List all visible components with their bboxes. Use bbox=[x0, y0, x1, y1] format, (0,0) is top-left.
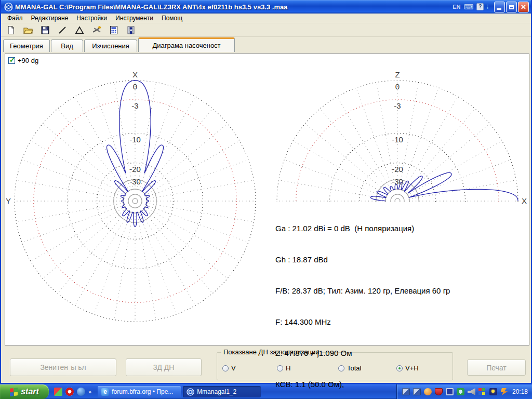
info-line-gain: Ga : 21.02 dBi = 0 dB (Н поляризация) bbox=[275, 223, 450, 234]
close-button[interactable]: ✕ bbox=[518, 2, 529, 12]
menu-settings[interactable]: Настройки bbox=[72, 14, 111, 23]
open-folder-icon[interactable] bbox=[22, 24, 34, 36]
tab-view[interactable]: Вид bbox=[51, 39, 83, 52]
wire-edit-icon[interactable] bbox=[57, 24, 68, 36]
windows-flag-icon bbox=[10, 388, 18, 396]
tray-clock[interactable]: 20:18 bbox=[512, 388, 528, 395]
task-mmanagal[interactable]: Mmanagal1_2 bbox=[183, 386, 261, 397]
language-indicator[interactable]: EN bbox=[453, 4, 460, 10]
radio-v-dot bbox=[222, 365, 229, 371]
colored-app-icon[interactable] bbox=[54, 388, 62, 396]
svg-text:Z: Z bbox=[395, 70, 400, 79]
tab-strip: Геометрия Вид Изчисления Диаграма насоче… bbox=[1, 37, 531, 52]
start-button[interactable]: start bbox=[0, 384, 49, 399]
zenith-angle-button[interactable]: Зенитен ъгъл bbox=[10, 358, 116, 376]
taskbar: start » e forum.bfra.org • Пре... Mmanag… bbox=[0, 384, 532, 399]
windows-colors-icon[interactable] bbox=[478, 388, 486, 395]
wireless-signal-icon[interactable] bbox=[489, 388, 497, 395]
svg-text:-20: -20 bbox=[129, 165, 141, 174]
plus90-checkbox-label: +90 dg bbox=[18, 57, 38, 64]
start-button-label: start bbox=[21, 387, 39, 396]
svg-text:X: X bbox=[522, 196, 527, 205]
mmana-globe-icon bbox=[187, 388, 194, 396]
keyboard-icon[interactable]: ⌨ bbox=[463, 3, 473, 11]
task-browser[interactable]: e forum.bfra.org • Пре... bbox=[98, 386, 181, 397]
svg-text:-3: -3 bbox=[394, 101, 401, 110]
menu-edit[interactable]: Редактиране bbox=[27, 14, 73, 23]
info-line-freq: F: 144.300 MHz bbox=[275, 317, 450, 327]
radiation-pattern-canvas: 0-3-10-20-30XY 0-3-10-20-30ZX bbox=[5, 54, 529, 345]
print-button[interactable]: Печат bbox=[467, 360, 526, 376]
svg-text:X: X bbox=[132, 70, 138, 79]
menu-bar: Файл Редактиране Настройки Инструменти П… bbox=[1, 14, 531, 23]
info-line-gh: Gh : 18.87 dBd bbox=[275, 255, 450, 265]
save-icon[interactable] bbox=[39, 24, 51, 36]
calculate-icon[interactable] bbox=[108, 24, 119, 36]
info-line-impedance: Z: 47.870 + j1.090 Ом bbox=[275, 348, 450, 358]
task-browser-label: forum.bfra.org • Пре... bbox=[112, 388, 173, 395]
tab-geometry[interactable]: Геометрия bbox=[3, 39, 50, 52]
window-title: MMANA-GAL C:\Program Files\MMANA-GAL\LZ3… bbox=[15, 3, 453, 11]
red-ring-icon[interactable] bbox=[65, 388, 74, 396]
internet-explorer-icon: e bbox=[101, 388, 109, 396]
optimizer-tools-icon[interactable] bbox=[91, 24, 102, 36]
blue-globe-icon[interactable] bbox=[77, 388, 85, 396]
new-file-icon[interactable] bbox=[5, 24, 17, 36]
svg-text:-20: -20 bbox=[392, 165, 403, 174]
title-bar: MMANA-GAL C:\Program Files\MMANA-GAL\LZ3… bbox=[1, 0, 531, 14]
plus90-checkbox-row: ✓ +90 dg bbox=[8, 57, 38, 64]
element-triangle-icon[interactable] bbox=[74, 24, 85, 36]
toolbar bbox=[1, 23, 531, 37]
speaker-icon[interactable] bbox=[468, 388, 475, 395]
radio-v-label: V bbox=[231, 364, 236, 372]
menu-help[interactable]: Помощ bbox=[157, 14, 187, 23]
svg-text:0: 0 bbox=[133, 82, 137, 91]
bottom-controls: Зенитен ъгъл 3Д ДН Показване ДН за поляр… bbox=[1, 349, 532, 383]
task-mmanagal-label: Mmanagal1_2 bbox=[197, 388, 236, 395]
result-info-block: Ga : 21.02 dBi = 0 dB (Н поляризация) Gh… bbox=[275, 203, 450, 399]
svg-text:0: 0 bbox=[395, 82, 400, 91]
restore-button[interactable] bbox=[506, 2, 517, 12]
language-bar: EN ⌨ ? ⁞ bbox=[453, 3, 489, 11]
langbar-options-icon[interactable]: ⁞ bbox=[487, 4, 489, 10]
info-line-fb: F/B: 28.37 dB; Тил: Азим. 120 гр, Елевац… bbox=[275, 286, 450, 296]
tab-radiation-pattern[interactable]: Диаграма насоченост bbox=[138, 37, 235, 52]
svg-text:-10: -10 bbox=[129, 135, 141, 144]
quick-launch-overflow-icon[interactable]: » bbox=[88, 389, 91, 395]
mmana-app-icon bbox=[4, 3, 13, 11]
sync-arrows-icon[interactable] bbox=[457, 388, 464, 395]
menu-file[interactable]: Файл bbox=[3, 14, 27, 23]
check-icon: ✓ bbox=[9, 56, 15, 64]
pattern-panel: 0-3-10-20-30XY 0-3-10-20-30ZX ✓ +90 dg G… bbox=[5, 54, 529, 345]
svg-text:Y: Y bbox=[6, 196, 11, 205]
help-icon[interactable]: ? bbox=[476, 3, 484, 10]
quick-launch: » bbox=[49, 388, 96, 396]
svg-text:-30: -30 bbox=[392, 177, 403, 186]
info-line-swr: КСВ: 1.1 (50.0 Ом), bbox=[275, 379, 450, 390]
radio-v[interactable]: V bbox=[222, 364, 277, 372]
plus90-checkbox[interactable]: ✓ bbox=[8, 57, 15, 64]
tab-calculations[interactable]: Изчисления bbox=[84, 39, 137, 52]
exit-door-icon[interactable] bbox=[125, 24, 137, 36]
3d-pattern-button[interactable]: 3Д ДН bbox=[126, 358, 202, 376]
menu-tools[interactable]: Инструменти bbox=[111, 14, 157, 23]
orange-flash-icon[interactable] bbox=[500, 388, 508, 395]
minimize-button[interactable] bbox=[494, 2, 505, 12]
svg-text:-3: -3 bbox=[131, 101, 138, 110]
svg-text:-30: -30 bbox=[129, 177, 141, 186]
app-window: MMANA-GAL C:\Program Files\MMANA-GAL\LZ3… bbox=[0, 0, 532, 384]
svg-text:-10: -10 bbox=[392, 135, 403, 144]
